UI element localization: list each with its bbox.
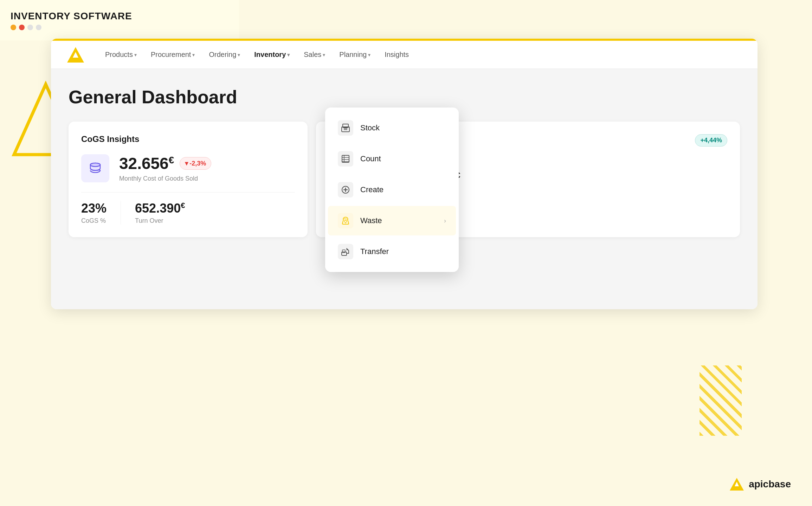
cogs-card-title: CoGS Insights	[81, 134, 295, 144]
cogs-pct-label: CoGS %	[81, 217, 107, 225]
cogs-pct-metric: 23% CoGS %	[81, 201, 107, 225]
nav-item-sales[interactable]: Sales ▾	[298, 48, 331, 61]
cogs-value: 32.656€	[119, 154, 174, 173]
database-icon	[88, 161, 103, 176]
inventory-dropdown: Stock Count	[325, 108, 459, 272]
cogs-metric-icon	[81, 154, 109, 182]
dropdown-item-create[interactable]: Create	[328, 175, 456, 205]
stock-svg-icon	[341, 123, 350, 132]
apicbase-branding: apicbase	[729, 476, 791, 492]
cogs-badge: ▾ -2,3%	[180, 157, 211, 170]
dropdown-item-waste[interactable]: Waste ›	[328, 206, 456, 235]
app-window: Products ▾ Procurement ▾ Ordering ▾ Inve…	[51, 39, 758, 309]
chevron-down-icon: ▾	[192, 52, 195, 58]
dot-red	[19, 25, 25, 30]
cogs-turnover-label: Turn Over	[135, 217, 185, 225]
logo-icon	[66, 46, 85, 64]
transfer-icon	[338, 244, 353, 259]
nav-item-products[interactable]: Products ▾	[99, 48, 142, 61]
cogs-card: CoGS Insights 3	[69, 122, 308, 237]
chevron-down-icon: ▾	[368, 52, 370, 58]
app-title: INVENTORY SOFTWARE	[11, 11, 228, 22]
chevron-down-icon: ▾	[323, 52, 325, 58]
create-label: Create	[360, 185, 446, 194]
dot-gray1	[27, 25, 33, 30]
nav-item-ordering[interactable]: Ordering ▾	[203, 48, 246, 61]
sub-divider	[121, 201, 121, 225]
page-title: General Dashboard	[69, 86, 740, 108]
dot-gray2	[36, 25, 41, 30]
navigation: Products ▾ Procurement ▾ Ordering ▾ Inve…	[51, 41, 758, 69]
nav-item-inventory[interactable]: Inventory ▾	[249, 48, 295, 61]
svg-rect-9	[342, 155, 349, 162]
background-stripes-decoration	[700, 365, 742, 436]
window-dots	[11, 25, 228, 30]
top-bar: INVENTORY SOFTWARE	[0, 0, 239, 40]
svg-point-4	[90, 163, 100, 167]
waste-svg-icon	[341, 216, 350, 225]
cogs-pct-value: 23%	[81, 201, 107, 216]
cogs-turnover-value: 652.390€	[135, 201, 185, 216]
cogs-sub-metrics: 23% CoGS % 652.390€ Turn Over	[81, 192, 295, 225]
nav-item-procurement[interactable]: Procurement ▾	[145, 48, 201, 61]
chevron-down-icon: ▾	[134, 52, 137, 58]
chevron-down-icon: ▾	[287, 52, 290, 58]
transfer-svg-icon	[341, 247, 350, 256]
apicbase-logo-icon	[729, 476, 745, 492]
cogs-value-block: 32.656€ ▾ -2,3% Monthly Cost of Goods So…	[119, 154, 211, 182]
waste-submenu-chevron: ›	[444, 217, 446, 225]
stock-label: Stock	[360, 123, 446, 132]
cogs-main-metric: 32.656€ ▾ -2,3% Monthly Cost of Goods So…	[81, 154, 295, 182]
dot-orange	[11, 25, 16, 30]
create-icon	[338, 182, 353, 197]
create-svg-icon	[341, 185, 350, 194]
apicbase-name: apicbase	[749, 479, 791, 490]
stock-icon	[338, 120, 353, 136]
count-icon	[338, 151, 353, 167]
dropdown-item-count[interactable]: Count	[328, 144, 456, 174]
count-svg-icon	[341, 154, 350, 163]
dropdown-item-transfer[interactable]: Transfer	[328, 237, 456, 266]
waste-icon	[338, 213, 353, 228]
order-badge: +4,44%	[695, 134, 727, 147]
cogs-turnover-metric: 652.390€ Turn Over	[135, 201, 185, 225]
nav-item-planning[interactable]: Planning ▾	[334, 48, 376, 61]
chevron-down-icon: ▾	[238, 52, 240, 58]
nav-item-insights[interactable]: Insights	[379, 48, 414, 61]
transfer-label: Transfer	[360, 247, 446, 256]
apicbase-triangle-icon	[729, 476, 745, 492]
count-label: Count	[360, 154, 446, 163]
waste-label: Waste	[360, 216, 437, 225]
cogs-main-label: Monthly Cost of Goods Sold	[119, 175, 211, 182]
dropdown-item-stock[interactable]: Stock	[328, 113, 456, 143]
nav-logo[interactable]	[65, 44, 86, 65]
